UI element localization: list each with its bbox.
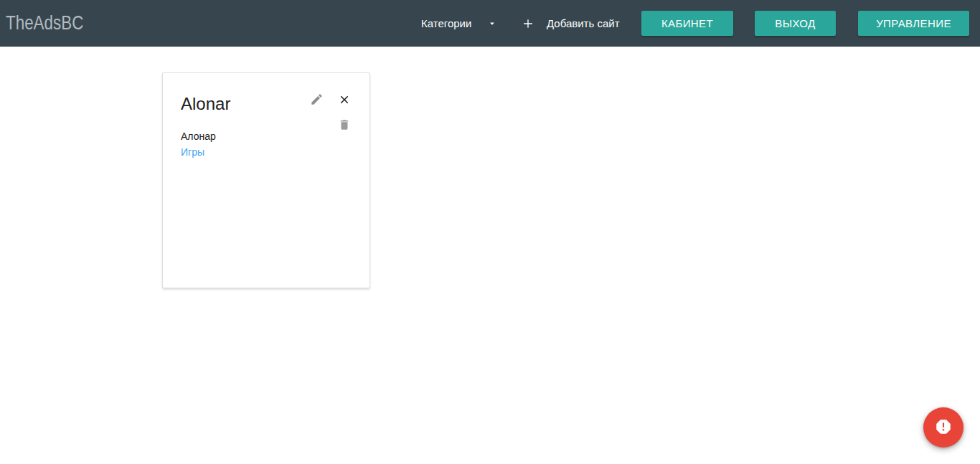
trash-icon (338, 123, 351, 133)
close-button[interactable] (338, 93, 351, 106)
add-site-button[interactable]: Добавить сайт (521, 0, 620, 47)
close-icon (338, 98, 351, 108)
edit-button[interactable] (310, 93, 324, 106)
categories-dropdown[interactable]: Категории (421, 0, 497, 47)
card-title: Alonar (181, 94, 230, 114)
chevron-down-icon (487, 19, 497, 29)
site-card: Alonar Алонар Игры (162, 72, 370, 288)
exit-button[interactable]: ВЫХОД (755, 11, 836, 36)
add-site-label: Добавить сайт (547, 17, 620, 29)
page: TheAdsBC Категории Добавить сайт КАБИНЕТ… (0, 0, 980, 464)
cabinet-button[interactable]: КАБИНЕТ (641, 11, 733, 36)
top-navbar: TheAdsBC Категории Добавить сайт КАБИНЕТ… (0, 0, 980, 47)
category-link[interactable]: Игры (181, 146, 204, 158)
report-icon (934, 417, 953, 438)
delete-button[interactable] (338, 118, 351, 131)
plus-icon (521, 16, 535, 31)
categories-label: Категории (421, 17, 471, 29)
app-logo[interactable]: TheAdsBC (6, 11, 83, 34)
management-button[interactable]: УПРАВЛЕНИЕ (858, 11, 969, 36)
site-name: Алонар (181, 131, 216, 142)
report-fab[interactable] (923, 407, 963, 448)
edit-icon (310, 98, 324, 108)
